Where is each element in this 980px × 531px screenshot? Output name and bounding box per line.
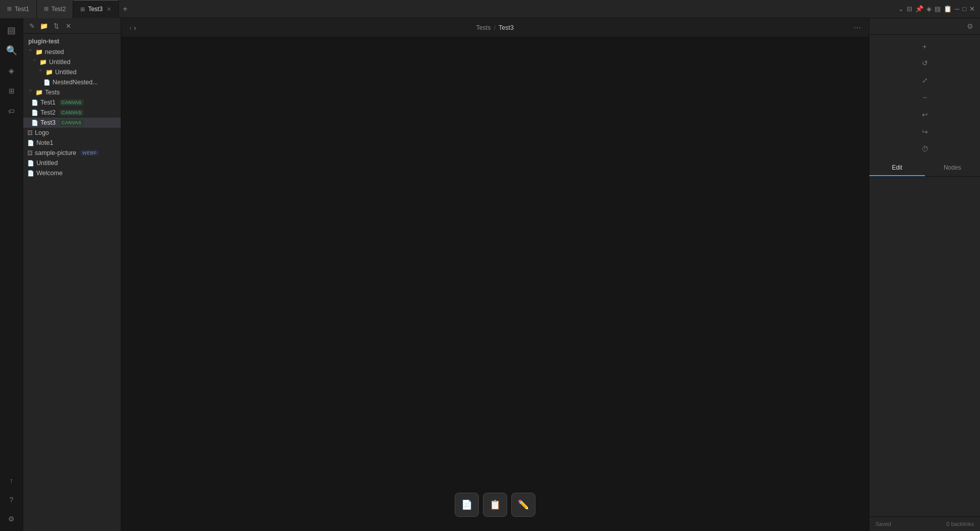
tab-bar-split-icon[interactable]: ⊟ bbox=[907, 5, 912, 13]
chevron-nested: › bbox=[28, 49, 33, 55]
rp-tab-edit[interactable]: Edit bbox=[869, 160, 925, 176]
tab-test3-close[interactable]: ✕ bbox=[107, 6, 111, 13]
tab-test1-label: Test1 bbox=[15, 6, 29, 13]
tree-item-nestednested[interactable]: 📄 NestedNested... bbox=[23, 77, 121, 87]
tab-bar-bookmark-icon[interactable]: ◈ bbox=[926, 5, 932, 13]
rp-tab-nodes[interactable]: Nodes bbox=[925, 160, 981, 176]
content-area: ‹ › Tests / Test3 ⋯ 📄 📋 bbox=[121, 18, 869, 531]
sidebar-close-icon[interactable]: ✕ bbox=[63, 20, 74, 31]
breadcrumb-parent[interactable]: Tests bbox=[476, 24, 491, 31]
sidebar-toolbar: ✎ 📁 ⇅ ✕ bbox=[23, 18, 121, 34]
tree-item-untitled3[interactable]: 📄 Untitled bbox=[23, 158, 121, 168]
activity-graph-icon[interactable]: ◈ bbox=[3, 62, 21, 80]
chevron-untitled2: › bbox=[38, 69, 43, 75]
sidebar-new-folder-icon[interactable]: 📁 bbox=[38, 20, 50, 31]
file-welcome-icon: 📄 bbox=[27, 170, 34, 177]
new-note-icon: 📄 bbox=[461, 499, 472, 510]
tab-test2[interactable]: ⊞ Test2 bbox=[37, 0, 74, 18]
tab-test1[interactable]: ⊞ Test1 bbox=[0, 0, 37, 18]
tree-item-sample-picture[interactable]: 🖼 sample-picture WEBP bbox=[23, 148, 121, 158]
content-more-button[interactable]: ⋯ bbox=[854, 24, 861, 32]
folder-untitled1-icon: 📁 bbox=[39, 59, 47, 66]
folder-untitled2-icon: 📁 bbox=[45, 69, 53, 76]
tab-bar-minimize-icon[interactable]: ─ bbox=[955, 5, 959, 13]
tab-bar: ⊞ Test1 ⊞ Test2 ⊞ Test3 ✕ + ⌄ ⊟ 📌 ◈ ▤ 📋 … bbox=[0, 0, 980, 18]
rp-refresh-button[interactable]: ↺ bbox=[917, 55, 933, 71]
sidebar-new-note-icon[interactable]: ✎ bbox=[26, 20, 37, 31]
tab-bar-layout-icon[interactable]: ▤ bbox=[935, 5, 941, 13]
tree-item-logo-label: Logo bbox=[35, 129, 49, 136]
tree-item-test1-label: Test1 bbox=[40, 99, 56, 106]
activity-canvas-icon[interactable]: ⊞ bbox=[3, 82, 21, 100]
tab-test1-icon: ⊞ bbox=[7, 6, 12, 12]
activity-help-icon[interactable]: ? bbox=[3, 491, 21, 509]
file-logo-icon: 🖼 bbox=[27, 130, 33, 136]
tree-item-test3-label: Test3 bbox=[40, 119, 56, 126]
tab-bar-close-icon[interactable]: ✕ bbox=[969, 5, 975, 13]
badge-test1: CANVAS bbox=[60, 99, 83, 105]
activity-sidebar-icon[interactable]: ▤ bbox=[3, 21, 21, 39]
tree-item-untitled2[interactable]: › 📁 Untitled bbox=[23, 67, 121, 77]
activity-tag-icon[interactable]: 🏷 bbox=[3, 102, 21, 120]
file-test2-icon: 📄 bbox=[31, 110, 38, 116]
activity-search-icon[interactable]: 🔍 bbox=[3, 41, 21, 60]
tree-item-nested[interactable]: › 📁 nested bbox=[23, 47, 121, 57]
add-tab-button[interactable]: + bbox=[119, 5, 131, 14]
activity-settings-icon[interactable]: ⚙ bbox=[3, 510, 21, 528]
tree-item-logo[interactable]: 🖼 Logo bbox=[23, 128, 121, 138]
breadcrumb-sep: / bbox=[494, 24, 496, 31]
badge-sample-picture: WEBP bbox=[80, 150, 99, 156]
rp-clock-button[interactable]: ⏱ bbox=[917, 141, 933, 157]
tab-list: ⊞ Test1 ⊞ Test2 ⊞ Test3 ✕ + bbox=[0, 0, 893, 18]
right-panel-content bbox=[869, 177, 980, 516]
tree-item-untitled1[interactable]: › 📁 Untitled bbox=[23, 57, 121, 67]
tree-item-untitled2-label: Untitled bbox=[55, 69, 76, 76]
tree-item-test1[interactable]: 📄 Test1 CANVAS bbox=[23, 97, 121, 108]
new-note-button[interactable]: 📄 bbox=[455, 493, 479, 517]
bottom-toolbar: 📄 📋 ✏️ bbox=[451, 489, 540, 521]
new-canvas-button[interactable]: 📋 bbox=[483, 493, 507, 517]
tree-item-note1-label: Note1 bbox=[36, 139, 53, 146]
tab-bar-new-icon[interactable]: 📋 bbox=[944, 5, 952, 13]
sidebar: ✎ 📁 ⇅ ✕ plugin-test › 📁 nested › 📁 bbox=[23, 18, 121, 531]
badge-test3: CANVAS bbox=[60, 120, 83, 126]
file-sample-picture-icon: 🖼 bbox=[27, 150, 33, 156]
activity-bar: ▤ 🔍 ◈ ⊞ 🏷 ↑ ? ⚙ bbox=[0, 18, 23, 531]
canvas-area[interactable]: 📄 📋 ✏️ bbox=[121, 37, 869, 531]
nav-forward-icon[interactable]: › bbox=[134, 24, 136, 32]
breadcrumb-current: Test3 bbox=[499, 24, 514, 31]
tree-item-welcome-label: Welcome bbox=[36, 170, 63, 177]
tab-bar-dropdown-icon[interactable]: ⌄ bbox=[898, 5, 904, 13]
activity-publish-icon[interactable]: ↑ bbox=[3, 471, 21, 490]
file-untitled3-icon: 📄 bbox=[27, 160, 34, 167]
tab-test2-label: Test2 bbox=[52, 6, 66, 13]
tree-item-tests[interactable]: › 📁 Tests bbox=[23, 87, 121, 97]
rp-gear-icon[interactable]: ⚙ bbox=[964, 20, 976, 32]
tree-item-tests-label: Tests bbox=[45, 89, 60, 96]
tab-bar-restore-icon[interactable]: □ bbox=[962, 5, 966, 13]
new-drawing-button[interactable]: ✏️ bbox=[511, 493, 535, 517]
workspace-label: plugin-test bbox=[23, 34, 121, 47]
right-panel-footer: Saved 0 backlinks bbox=[869, 516, 980, 531]
tab-test3-icon: ⊞ bbox=[80, 6, 85, 13]
rp-expand-button[interactable]: ⤢ bbox=[917, 72, 933, 88]
sidebar-sort-icon[interactable]: ⇅ bbox=[51, 20, 62, 31]
tree-item-note1[interactable]: 📄 Note1 bbox=[23, 138, 121, 148]
rp-redo-button[interactable]: ↪ bbox=[917, 124, 933, 140]
tab-test3[interactable]: ⊞ Test3 ✕ bbox=[73, 0, 119, 18]
tree-item-untitled3-label: Untitled bbox=[36, 160, 58, 167]
nav-back-icon[interactable]: ‹ bbox=[129, 24, 132, 32]
tree-item-welcome[interactable]: 📄 Welcome bbox=[23, 168, 121, 178]
tab-bar-pin-icon[interactable]: 📌 bbox=[915, 5, 923, 13]
rp-undo-button[interactable]: ↩ bbox=[917, 107, 933, 123]
tab-test2-icon: ⊞ bbox=[44, 6, 48, 12]
rp-add-button[interactable]: + bbox=[917, 38, 933, 54]
backlinks-count: 0 backlinks bbox=[947, 521, 974, 527]
saved-status: Saved bbox=[875, 521, 891, 527]
right-panel-toolbar: ⚙ bbox=[869, 18, 980, 35]
tree-item-test3[interactable]: 📄 Test3 CANVAS bbox=[23, 118, 121, 128]
tree-item-test2-label: Test2 bbox=[40, 109, 56, 116]
tree-item-nestednested-label: NestedNested... bbox=[53, 79, 98, 86]
rp-collapse-button[interactable]: − bbox=[917, 89, 933, 105]
tree-item-test2[interactable]: 📄 Test2 CANVAS bbox=[23, 108, 121, 118]
